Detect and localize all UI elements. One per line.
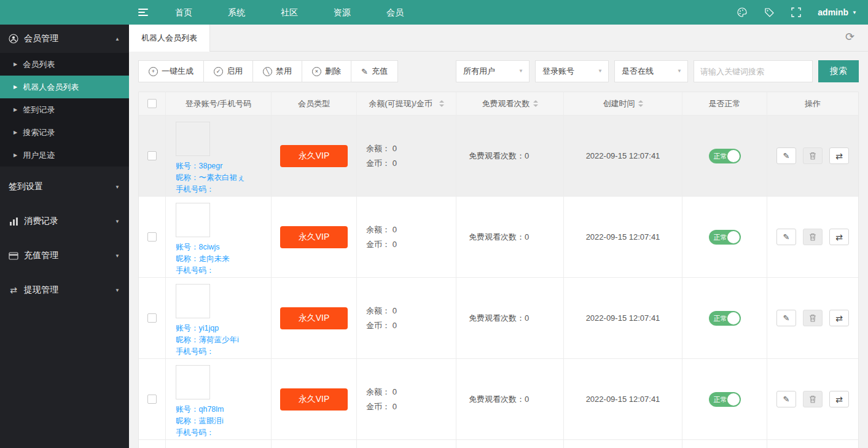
edit-button[interactable]: ✎ [776,310,796,326]
edit-button[interactable]: ✎ [776,229,796,245]
sidebar-group-member-mgmt[interactable]: 会员管理 ▲ [0,25,129,53]
sidebar-item-signin-records[interactable]: ▶ 签到记录 [0,98,129,121]
card-icon [9,251,18,261]
nav-members[interactable]: 会员 [369,0,421,25]
delete-button[interactable]: × 删除 [302,60,351,82]
search-input[interactable] [694,60,813,82]
transfer-button[interactable]: ⇄ [829,147,849,164]
login-account-select[interactable]: 登录账号 ▼ [535,60,609,82]
phone-label: 手机号码： [176,428,214,437]
menu-fold-icon[interactable] [129,0,157,25]
swap-icon: ⇄ [835,313,843,323]
trash-icon [809,233,816,241]
vip-button[interactable]: 永久VIP [280,388,348,411]
sidebar-item-robot-member-list[interactable]: ▶ 机器人会员列表 [0,76,129,98]
account-link[interactable]: qh78lm [199,405,224,414]
account-link[interactable]: 8ciwjs [199,243,220,251]
select-all-checkbox[interactable] [147,99,157,108]
nav-system[interactable]: 系统 [210,0,263,25]
created-time: 2022-09-15 12:07:41 [564,116,682,197]
sidebar-item-user-footprints[interactable]: ▶ 用户足迹 [0,144,129,167]
delete-row-button[interactable] [803,229,823,245]
transfer-button[interactable]: ⇄ [829,391,849,407]
arrow-right-icon: ▶ [14,84,17,90]
gold-value: 0 [393,402,397,411]
sidebar-group-consumption-records[interactable]: 消费记录 ▼ [0,207,129,235]
chart-icon [9,216,18,226]
top-bar: 首页 系统 社区 资源 会员 adminb ▼ [0,0,868,25]
tab-strip: 机器人会员列表 ⟳ [129,25,868,52]
nav-community[interactable]: 社区 [263,0,316,25]
vip-button[interactable]: 永久VIP [280,307,348,329]
trash-icon [809,395,816,403]
account-link[interactable]: yi1jqp [199,324,219,332]
row-checkbox[interactable] [147,151,157,160]
tag-icon[interactable] [764,7,775,18]
sort-icon[interactable] [638,100,643,107]
transfer-button[interactable]: ⇄ [829,229,849,245]
vip-button[interactable]: 永久VIP [280,226,348,248]
user-menu[interactable]: adminb ▼ [818,7,857,17]
sort-icon[interactable] [439,100,444,107]
delete-row-button[interactable] [803,391,823,407]
avatar [176,365,210,399]
theme-icon[interactable] [737,7,748,18]
col-balance[interactable]: 余额(可提现)/金币 [357,92,456,116]
sidebar-item-member-list[interactable]: ▶ 会员列表 [0,53,129,76]
button-group: + 一键生成 ✓ 启用 ╲ 禁用 × 删除 [138,60,397,82]
fullscreen-icon[interactable] [791,7,802,18]
user-type-select[interactable]: 所有用户 ▼ [456,60,530,82]
gold-value: 0 [393,159,397,168]
sort-icon[interactable] [533,100,538,107]
pencil-icon: ✎ [783,313,790,323]
generate-button[interactable]: + 一键生成 [138,60,204,82]
table-header: 登录账号/手机号码 会员类型 余额(可提现)/金币 免费观看次数 创建时间 是否… [139,92,858,116]
tab-robot-member-list[interactable]: 机器人会员列表 [129,25,210,52]
gold-value: 0 [393,321,397,330]
row-checkbox[interactable] [147,313,157,323]
transfer-button[interactable]: ⇄ [829,310,849,326]
status-toggle[interactable]: 正常 [709,149,741,163]
status-toggle[interactable]: 正常 [709,311,741,326]
nav-home[interactable]: 首页 [157,0,210,25]
refresh-icon[interactable]: ⟳ [845,31,854,42]
delete-row-button[interactable] [803,147,823,164]
disable-button[interactable]: ╲ 禁用 [252,60,302,82]
status-toggle[interactable]: 正常 [709,230,741,245]
sidebar-submenu: ▶ 会员列表 ▶ 机器人会员列表 ▶ 签到记录 ▶ 搜索记录 ▶ 用户足迹 [0,53,129,167]
recharge-button[interactable]: ✎ 充值 [351,60,398,82]
sidebar-group-recharge-mgmt[interactable]: 充值管理 ▼ [0,242,129,270]
row-checkbox[interactable] [147,395,157,404]
account-link[interactable]: 38pegr [199,162,223,170]
status-toggle[interactable]: 正常 [709,392,741,407]
top-bar-right: adminb ▼ [737,0,857,25]
edit-button[interactable]: ✎ [776,147,796,164]
toggle-knob [727,150,740,162]
sidebar-group-signin-settings[interactable]: 签到设置 ▼ [0,173,129,201]
arrow-right-icon: ▶ [14,130,17,135]
table-row [139,440,858,448]
sidebar: 会员管理 ▲ ▶ 会员列表 ▶ 机器人会员列表 ▶ 签到记录 ▶ 搜索记录 ▶ … [0,25,129,448]
edit-icon: ✎ [361,67,368,76]
swap-icon: ⇄ [835,151,843,161]
row-checkbox[interactable] [147,232,157,242]
nav-resources[interactable]: 资源 [316,0,369,25]
online-status-select[interactable]: 是否在线 ▼ [614,60,688,82]
vip-button[interactable]: 永久VIP [280,145,348,167]
sidebar-item-search-records[interactable]: ▶ 搜索记录 [0,121,129,144]
chevron-down-icon: ▼ [598,61,603,82]
phone-label: 手机号码： [176,185,214,194]
search-button[interactable]: 搜索 [818,60,859,82]
edit-button[interactable]: ✎ [776,391,796,407]
phone-label: 手机号码： [176,266,214,275]
col-free-views[interactable]: 免费观看次数 [456,92,564,116]
enable-button[interactable]: ✓ 启用 [203,60,253,82]
chevron-down-icon: ▼ [677,61,682,82]
sidebar-group-withdraw-mgmt[interactable]: ⇄ 提现管理 ▼ [0,276,129,304]
delete-row-button[interactable] [803,310,823,326]
member-table: 登录账号/手机号码 会员类型 余额(可提现)/金币 免费观看次数 创建时间 是否… [138,92,859,448]
col-created[interactable]: 创建时间 [564,92,682,116]
chevron-down-icon: ▼ [518,61,523,82]
main-area: 机器人会员列表 ⟳ + 一键生成 ✓ 启用 ╲ 禁用 [129,25,868,448]
toggle-knob [727,393,740,406]
